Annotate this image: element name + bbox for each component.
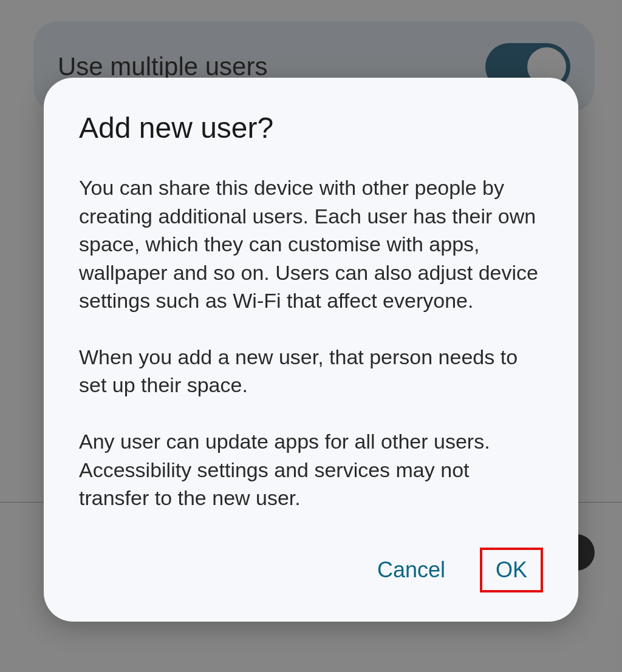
cancel-button[interactable]: Cancel [370, 549, 453, 591]
dialog-title: Add new user? [79, 111, 543, 144]
add-user-dialog: Add new user? You can share this device … [44, 78, 578, 622]
dialog-actions: Cancel OK [79, 548, 543, 592]
dialog-paragraph: Any user can update apps for all other u… [79, 427, 543, 512]
ok-button[interactable]: OK [496, 557, 527, 583]
dialog-body: You can share this device with other peo… [79, 174, 543, 512]
ok-button-highlight: OK [480, 548, 543, 592]
dialog-paragraph: You can share this device with other peo… [79, 174, 543, 315]
dialog-paragraph: When you add a new user, that person nee… [79, 343, 543, 399]
